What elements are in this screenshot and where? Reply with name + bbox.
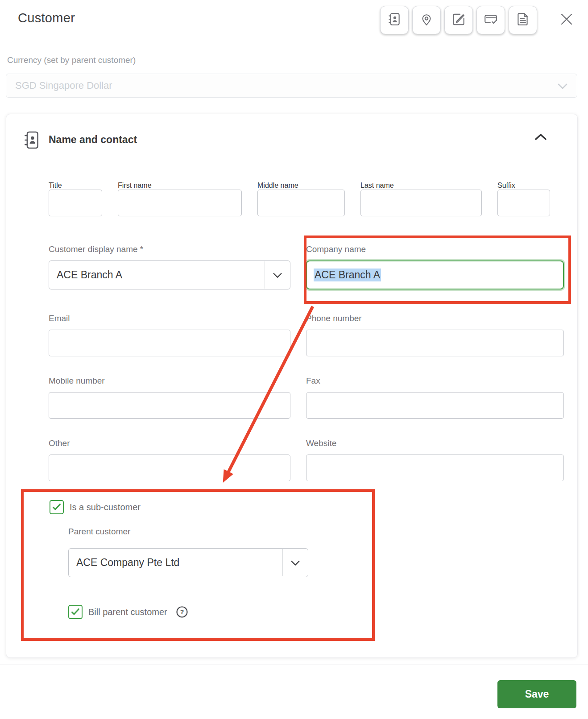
title-field-group: Title [49,182,102,216]
fax-field-group: Fax [306,376,564,419]
other-field-group: Other [49,438,290,481]
company-name-label: Company name [306,244,564,254]
title-input[interactable] [49,190,102,216]
email-label: Email [49,314,290,323]
company-name-input[interactable]: ACE Branch A [306,260,564,289]
close-icon [560,12,573,28]
parent-customer-dropdown[interactable]: ACE Company Pte Ltd [68,548,308,577]
suffix-input[interactable] [497,190,550,216]
section-title: Name and contact [49,134,137,146]
phone-label: Phone number [306,314,564,323]
save-button[interactable]: Save [497,680,576,708]
footer-divider [0,665,588,665]
fax-label: Fax [306,376,564,386]
document-notes-icon [515,12,530,29]
middle-name-input[interactable] [257,190,345,216]
edit-note-icon [451,12,466,29]
suffix-field-group: Suffix [497,182,550,216]
edit-note-button[interactable] [444,6,473,34]
last-name-input[interactable] [360,190,482,216]
toolbar [380,6,537,34]
parent-customer-field-group: ACE Company Pte Ltd [68,548,308,577]
name-fields-row: Title First name Middle name Last name S… [49,182,563,216]
middle-name-field-group: Middle name [257,182,345,216]
other-input[interactable] [49,455,290,481]
last-name-label: Last name [360,182,482,190]
payment-card-button[interactable] [476,6,505,34]
payment-card-icon [483,12,498,29]
is-sub-customer-label: Is a sub-customer [70,502,141,512]
chevron-down-icon [290,558,301,571]
customer-drawer: Customer [0,0,588,719]
location-pin-icon [419,12,434,29]
first-name-input[interactable] [118,190,242,216]
chevron-down-icon [556,81,569,94]
title-label: Title [49,182,102,190]
display-name-value: ACE Branch A [57,269,122,281]
fax-input[interactable] [306,392,564,419]
email-input[interactable] [49,330,290,356]
website-input[interactable] [306,455,564,481]
address-book-icon [23,130,39,152]
middle-name-label: Middle name [257,182,345,190]
checkbox-checked-icon[interactable] [50,500,64,514]
page-title: Customer [18,11,75,25]
collapse-section-button[interactable] [533,131,549,145]
name-contact-card: Name and contact Title First name Middle… [6,114,578,658]
display-name-field-group: Customer display name * ACE Branch A [49,244,290,289]
contact-card-icon [387,12,402,29]
currency-label: Currency (set by parent customer) [7,55,136,65]
is-sub-customer-checkbox-row[interactable]: Is a sub-customer [50,500,141,514]
display-name-dropdown[interactable]: ACE Branch A [49,260,290,289]
phone-input[interactable] [306,330,564,356]
mobile-label: Mobile number [49,376,290,386]
display-name-label: Customer display name * [49,244,290,254]
bill-parent-checkbox-row[interactable]: Bill parent customer ? [68,605,188,619]
last-name-field-group: Last name [360,182,482,216]
bill-parent-label: Bill parent customer [88,607,167,617]
help-glyph: ? [180,608,184,616]
other-label: Other [49,438,290,448]
help-icon[interactable]: ? [176,606,188,618]
parent-customer-value: ACE Company Pte Ltd [76,557,179,569]
currency-value: SGD Singapore Dollar [15,80,112,91]
company-name-field-group: Company name ACE Branch A [306,244,564,289]
checkbox-checked-icon[interactable] [68,605,83,619]
mobile-input[interactable] [49,392,290,419]
phone-field-group: Phone number [306,314,564,356]
first-name-field-group: First name [118,182,242,216]
location-pin-button[interactable] [412,6,441,34]
website-field-group: Website [306,438,564,481]
close-button[interactable] [559,13,574,27]
parent-customer-label: Parent customer [68,527,130,537]
document-notes-button[interactable] [509,6,537,34]
mobile-field-group: Mobile number [49,376,290,419]
email-field-group: Email [49,314,290,356]
chevron-down-icon [272,270,283,283]
first-name-label: First name [118,182,242,190]
contact-card-button[interactable] [380,6,409,34]
suffix-label: Suffix [497,182,550,190]
currency-select: SGD Singapore Dollar [6,74,577,98]
website-label: Website [306,438,564,448]
selected-text: ACE Branch A [314,269,381,281]
chevron-up-icon [534,132,548,144]
